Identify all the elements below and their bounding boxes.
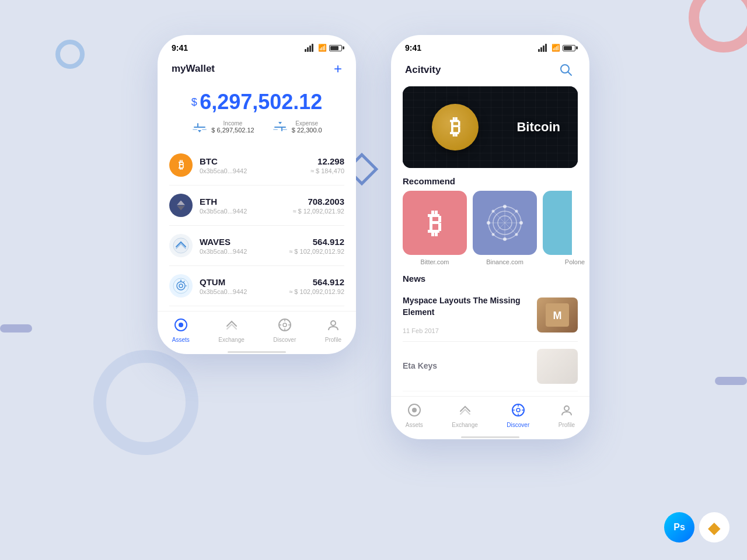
svg-point-36 [519,221,523,225]
polo-recommend-label: Polone [543,258,589,265]
svg-rect-8 [273,129,278,130]
home-indicator-1 [228,351,286,353]
income-icon [191,121,208,134]
assets-icon-1 [174,318,187,334]
news-thumb-2 [537,349,578,384]
exchange-icon-2 [459,404,472,419]
svg-point-39 [515,210,518,213]
coin-item-btc[interactable]: ₿ BTC 0x3b5ca0...9442 12.298 ≈ $ 184,470 [169,145,344,186]
tool-icons: Ps ◆ [664,512,729,542]
binance-recommend-card [473,191,537,255]
home-indicator-2 [461,436,519,438]
nav-assets-1[interactable]: Assets [172,318,190,343]
eth-values: 708.2003 ≈ $ 12,092,021.92 [292,197,344,215]
news-title: News [391,265,589,288]
svg-rect-9 [282,129,287,130]
eth-info: ETH 0x3b5ca0...9442 [200,197,292,215]
income-expense-row: Income $ 6,297,502.12 [172,120,342,134]
nav-discover-label-2: Discover [507,422,529,428]
eth-address: 0x3b5ca0...9442 [200,208,292,215]
svg-point-42 [492,210,495,213]
qtum-usd: ≈ $ 102,092,012.92 [289,288,344,295]
nav-assets-label-2: Assets [406,422,423,428]
btc-values: 12.298 ≈ $ 184,470 [310,156,344,174]
recommend-item-polo[interactable]: Polone [543,191,589,265]
recommend-item-btc[interactable]: ₿ Bitter.com [403,191,467,265]
nav-discover-1[interactable]: Discover [273,318,296,343]
news-content-2: Eta Keys [403,360,530,372]
signal-icon-1 [305,44,313,52]
btc-amount: 12.298 [310,156,344,166]
income-label: Income [211,120,254,127]
banner-bitcoin-coin: ₿ [432,104,479,150]
activity-header: Acitvity [391,56,589,86]
bitcoin-banner[interactable]: ₿ Bitcoin [403,86,578,168]
recommend-title: Recommend [391,168,589,191]
wallet-header: myWallet + [158,56,356,84]
income-item: Income $ 6,297,502.12 [191,120,254,134]
nav-assets-2[interactable]: Assets [406,404,423,428]
news-date-1: 11 Feb 2017 [403,327,530,334]
btc-recommend-label: Bitter.com [403,258,467,265]
nav-exchange-1[interactable]: Exchange [218,318,244,343]
btc-usd: ≈ $ 184,470 [310,167,344,174]
add-wallet-button[interactable]: + [334,61,342,77]
news-item-1[interactable]: Myspace Layouts The Missing Element 11 F… [403,288,578,342]
status-bar-2: 9:41 📶 [391,35,589,56]
waves-values: 564.912 ≈ $ 102,092,012.92 [289,237,344,255]
recommend-list: ₿ Bitter.com [391,191,589,265]
bottom-nav-1: Assets Exchange [158,311,356,348]
nav-exchange-2[interactable]: Exchange [452,404,477,428]
qtum-info: QTUM 0x3b5ca0...9442 [200,277,289,295]
waves-usd: ≈ $ 102,092,012.92 [289,248,344,255]
svg-point-46 [412,408,417,412]
nav-profile-1[interactable]: Profile [325,318,341,343]
search-button[interactable] [557,61,575,79]
btc-info: BTC 0x3b5ca0...9442 [200,156,310,174]
news-item-2[interactable]: Eta Keys [403,342,578,391]
news-title-2: Eta Keys [403,360,530,372]
svg-point-53 [564,406,569,411]
income-value: $ 6,297,502.12 [211,127,254,134]
discover-icon-2 [512,404,525,419]
waves-address: 0x3b5ca0...9442 [200,248,289,255]
banner-bitcoin-text: Bitcoin [516,120,560,135]
activity-title: Acitvity [405,64,441,76]
battery-icon-1 [329,45,342,51]
nav-exchange-label-2: Exchange [452,422,477,428]
waves-info: WAVES 0x3b5ca0...9442 [200,237,289,255]
svg-point-20 [283,323,287,327]
expense-icon [272,121,288,134]
photoshop-icon: Ps [664,512,694,542]
svg-rect-6 [281,127,282,131]
coin-item-qtum[interactable]: QTUM 0x3b5ca0...9442 564.912 ≈ $ 102,092… [169,266,344,306]
expense-item: Expense $ 22,300.0 [272,120,322,134]
wifi-icon-2: 📶 [551,44,560,52]
svg-rect-1 [197,123,198,128]
status-icons-2: 📶 [538,44,575,52]
news-image-1: M [546,303,569,327]
svg-point-38 [487,221,490,225]
svg-point-18 [179,323,183,327]
eth-usd: ≈ $ 12,092,021.92 [292,208,344,215]
nav-discover-2[interactable]: Discover [507,404,529,428]
coin-list: ₿ BTC 0x3b5ca0...9442 12.298 ≈ $ 184,470 [158,145,356,306]
phone-activity: 9:41 📶 Acitvity [391,35,589,439]
bg-decoration-bar-left [0,324,32,332]
coin-item-eth[interactable]: ETH 0x3b5ca0...9442 708.2003 ≈ $ 12,092,… [169,186,344,226]
binance-icon [484,202,525,243]
nav-profile-2[interactable]: Profile [558,404,575,428]
eth-icon [169,194,193,217]
waves-icon [169,234,193,257]
battery-icon-2 [563,45,575,51]
status-icons-1: 📶 [305,44,342,52]
recommend-item-binance[interactable]: Binance.com [473,191,537,265]
profile-icon-1 [327,318,340,334]
balance-amount: 6,297,502.12 [200,90,322,114]
svg-rect-3 [193,129,197,130]
exchange-icon-1 [225,318,238,334]
svg-point-10 [173,238,189,253]
coin-item-waves[interactable]: WAVES 0x3b5ca0...9442 564.912 ≈ $ 102,09… [169,226,344,266]
balance-section: $ 6,297,502.12 Income [158,84,356,145]
bottom-nav-2: Assets Exchange [391,396,589,433]
